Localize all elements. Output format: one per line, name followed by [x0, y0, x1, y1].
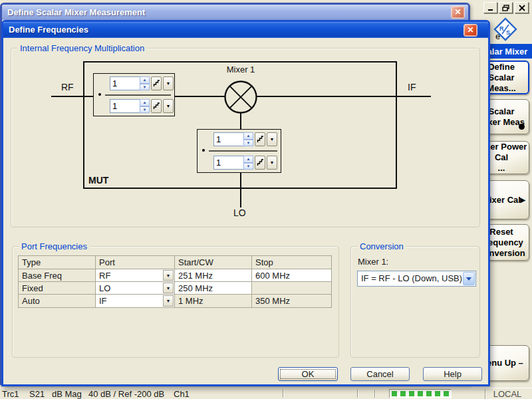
- step-icon: [257, 136, 264, 143]
- ok-button[interactable]: OK: [278, 367, 338, 381]
- mixer-title: Mixer 1: [207, 65, 274, 74]
- lo-denominator-input[interactable]: [213, 156, 244, 170]
- lo-multiplier-box: ▲ ▼ ▼ ▲ ▼ ▼: [197, 129, 281, 173]
- dropdown-arrow-icon[interactable]: ▼: [163, 283, 174, 293]
- mixer1-label: Mixer 1:: [358, 257, 388, 267]
- step-size-button[interactable]: [151, 99, 162, 113]
- column-header-start: Start/CW: [175, 256, 252, 269]
- spin-down-icon[interactable]: ▼: [140, 106, 150, 114]
- step-icon: [153, 102, 160, 110]
- row2-port-dropdown[interactable]: LO ▼: [96, 282, 175, 295]
- row2-type: Fixed: [19, 282, 96, 295]
- row3-start-field: 1 MHz: [175, 295, 252, 308]
- rf-line: [51, 96, 93, 97]
- step-icon: [257, 159, 264, 166]
- rf-numerator-input[interactable]: [110, 76, 140, 90]
- row2-port-value: LO: [99, 283, 110, 293]
- fraction-bar: [209, 150, 277, 152]
- lo-numerator-spinner[interactable]: ▲ ▼: [243, 132, 253, 146]
- bullet-icon: [98, 93, 101, 96]
- step-icon: [153, 80, 160, 87]
- step-size-button[interactable]: [151, 76, 162, 90]
- if-port-label: IF: [408, 82, 416, 92]
- cancel-button[interactable]: Cancel: [350, 367, 410, 381]
- dropdown-button[interactable]: ▼: [163, 99, 174, 113]
- spin-down-icon[interactable]: ▼: [140, 84, 150, 91]
- dropdown-button[interactable]: ▼: [267, 156, 277, 170]
- spin-up-icon[interactable]: ▲: [243, 156, 253, 163]
- group-label-conversion: Conversion: [357, 241, 406, 251]
- column-header-port: Port: [96, 256, 175, 269]
- lo-line-upper: [240, 113, 241, 129]
- row1-type: Base Freq: [19, 269, 96, 282]
- mixer-to-if-line: [257, 96, 431, 97]
- spin-down-icon[interactable]: ▼: [243, 140, 253, 147]
- spin-down-icon[interactable]: ▼: [243, 163, 253, 170]
- row3-type: Auto: [19, 295, 96, 308]
- spin-up-icon[interactable]: ▲: [140, 99, 150, 106]
- chevron-down-icon: [466, 277, 471, 283]
- row3-port-dropdown[interactable]: IF ▼: [96, 295, 175, 308]
- rf-to-mixer-line: [175, 96, 225, 97]
- rf-denominator-spinner[interactable]: ▲ ▼: [140, 99, 150, 113]
- lo-line-lower: [240, 173, 241, 207]
- dialog-content: Internal Frequency Multiplication MUT RF…: [0, 0, 532, 399]
- conversion-combobox[interactable]: IF = RF - LO (Down, USB): [357, 271, 476, 287]
- lo-port-label: LO: [233, 207, 246, 218]
- group-label-ifm: Internal Frequency Multiplication: [17, 43, 147, 53]
- lo-numerator-input[interactable]: [213, 132, 244, 146]
- lo-denominator-spinner[interactable]: ▲ ▼: [243, 156, 253, 170]
- rf-denominator-input[interactable]: [110, 99, 140, 113]
- group-label-port-frequencies: Port Frequencies: [19, 241, 90, 251]
- column-header-stop: Stop: [252, 256, 332, 269]
- row1-start-field[interactable]: 251 MHz: [175, 269, 252, 282]
- dropdown-button[interactable]: ▼: [163, 76, 174, 90]
- combo-arrow-button[interactable]: [463, 272, 475, 285]
- row3-stop-field: 350 MHz: [252, 295, 332, 308]
- step-size-button[interactable]: [255, 132, 265, 146]
- app-window: R S e Scalar Mixer Define Scalar Meas...…: [0, 0, 532, 399]
- row3-port-value: IF: [99, 296, 107, 306]
- mut-label: MUT: [88, 175, 108, 186]
- rf-numerator-spinner[interactable]: ▲ ▼: [140, 76, 150, 90]
- dropdown-arrow-icon[interactable]: ▼: [163, 295, 174, 307]
- row2-stop-field: [252, 282, 332, 295]
- row1-stop-field[interactable]: 600 MHz: [252, 269, 332, 282]
- spin-up-icon[interactable]: ▲: [140, 76, 150, 84]
- conversion-selected-value: IF = RF - LO (Down, USB): [361, 273, 462, 283]
- step-size-button[interactable]: [255, 156, 265, 170]
- row1-port-dropdown[interactable]: RF ▼: [96, 269, 175, 282]
- help-button[interactable]: Help: [423, 367, 482, 381]
- bullet-icon: [202, 149, 205, 152]
- dropdown-arrow-icon[interactable]: ▼: [163, 270, 174, 281]
- column-header-type: Type: [19, 256, 96, 269]
- row2-start-field[interactable]: 250 MHz: [175, 282, 252, 295]
- port-frequencies-table: Type Port Start/CW Stop Base Freq RF ▼ 2…: [18, 255, 332, 308]
- mixer-symbol: [223, 80, 258, 114]
- row1-port-value: RF: [99, 271, 110, 281]
- dropdown-button[interactable]: ▼: [267, 132, 277, 146]
- fraction-bar: [105, 94, 171, 96]
- spin-up-icon[interactable]: ▲: [243, 132, 253, 140]
- rf-port-label: RF: [61, 82, 74, 92]
- rf-multiplier-box: ▲ ▼ ▼ ▲ ▼ ▼: [93, 73, 175, 116]
